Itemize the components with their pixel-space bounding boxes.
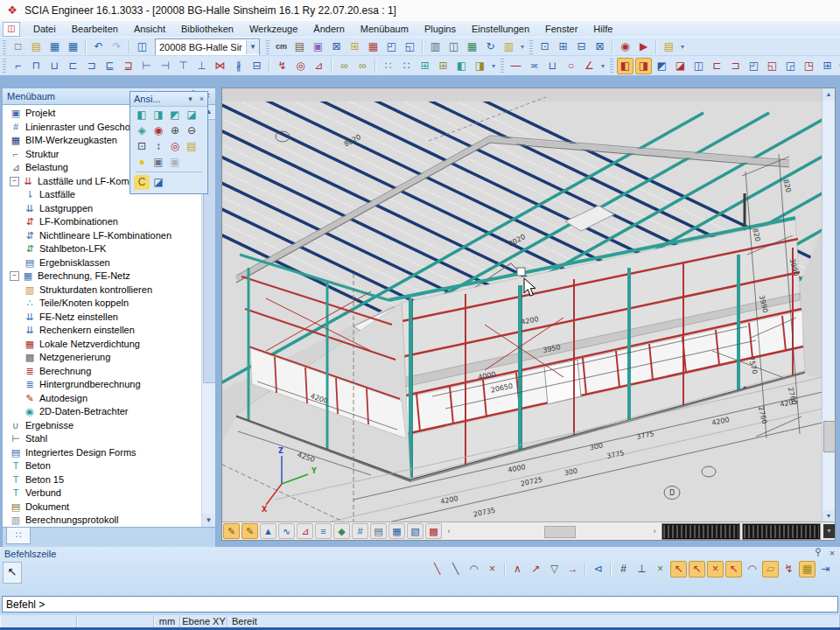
snap-arc-center-icon[interactable]: ◠ [744, 561, 760, 578]
tree-item-nichtlineare-lf-kombinationen[interactable]: ⇵Nichtlineare LF-Kombinationen [6, 229, 215, 243]
tree-item-teile-knoten-koppeln[interactable]: ∴Teile/Knoten koppeln [6, 297, 215, 311]
calculator-icon[interactable]: ▦ [464, 38, 480, 55]
toolbar-overflow-icon[interactable]: ▾ [678, 39, 687, 54]
polyline-icon[interactable]: ≍ [526, 58, 542, 74]
snap-grid-icon[interactable]: # [615, 561, 632, 578]
frame-9-icon[interactable]: ◱ [764, 58, 780, 74]
toolbar-grip[interactable] [266, 40, 270, 54]
tree-item-lf-kombinationen[interactable]: ⇵LF-Kombinationen [6, 215, 215, 229]
profile-2-icon[interactable]: ⊓ [28, 58, 45, 74]
snap-midpoint-icon[interactable]: ↖ [689, 561, 705, 578]
viewport-hscrollbar-thumb[interactable] [544, 526, 576, 538]
tree-item-lastgruppen[interactable]: ⇊Lastgruppen [6, 202, 215, 216]
frame-8-icon[interactable]: ◰ [746, 58, 762, 74]
tree-item-netzgenerierung[interactable]: ▩Netzgenerierung [6, 351, 215, 365]
tree-item-stahlbeton-lfk[interactable]: ⇵Stahlbeton-LFK [6, 242, 215, 256]
menu-einstellungen[interactable]: Einstellungen [464, 21, 537, 37]
toolbar-grip[interactable] [3, 40, 6, 54]
tree-item-fe-netz-einstellen[interactable]: ⇊FE-Netz einstellen [6, 311, 215, 325]
profile-12-icon[interactable]: ⋈ [212, 58, 228, 74]
engineering-report-3-icon[interactable]: ⊟ [573, 38, 590, 55]
chevron-down-icon[interactable]: ▼ [246, 40, 259, 54]
grid-display-icon[interactable]: ▩ [425, 523, 442, 539]
zoom-selection-icon[interactable]: ◎ [167, 139, 183, 154]
tree-item-berechnungsprotokoll[interactable]: ▥Berechnungsprotokoll [6, 514, 215, 528]
toolbar-overflow-icon[interactable]: ▾ [836, 59, 840, 74]
tree-item-lokale-netzverdichtung[interactable]: ▦Lokale Netzverdichtung [6, 338, 215, 352]
snap-endpoint-icon[interactable]: ↖ [670, 561, 687, 578]
menu-bearbeiten[interactable]: Bearbeiten [64, 21, 126, 37]
print-preview-icon[interactable]: ◫ [445, 38, 462, 55]
link-1-icon[interactable]: ∞ [336, 58, 353, 74]
toolbar-overflow-icon[interactable]: ▾ [489, 59, 498, 74]
menu-plugins[interactable]: Plugins [416, 21, 464, 37]
paste-2-icon[interactable]: ⊞ [435, 58, 452, 74]
frame-4-icon[interactable]: ◪ [672, 58, 689, 74]
rotate-icon[interactable]: ◨ [472, 58, 488, 74]
menu-werkzeuge[interactable]: Werkzeuge [242, 21, 305, 37]
catalog-icon[interactable]: ▤ [291, 38, 308, 55]
status-units[interactable]: mm [154, 615, 180, 627]
scroll-corner[interactable]: ▼ [823, 524, 835, 538]
tree-item-hintergrundberechnung[interactable]: ≣Hintergrundberechnung [6, 378, 215, 392]
scroll-up-icon[interactable]: ▲ [822, 88, 835, 101]
doc-display-icon[interactable]: ▤ [370, 523, 387, 539]
tree-item-dokument[interactable]: ▤Dokument [6, 500, 215, 514]
viewport-hscrollbar[interactable] [455, 525, 648, 537]
snap-delete-icon[interactable]: × [484, 561, 500, 578]
target-icon[interactable]: ◎ [292, 58, 309, 74]
tree-item-stahl[interactable]: ⊢Stahl [6, 432, 215, 446]
close-project-icon[interactable]: ◫ [134, 38, 150, 55]
circle-icon[interactable]: ○ [563, 58, 579, 74]
view-toolbar-header[interactable]: Ansi... ▾ × [130, 92, 207, 107]
zoom-in-icon[interactable]: ⊕ [167, 123, 183, 138]
cut-icon[interactable]: ⊿ [311, 58, 327, 74]
tree-item-2d-daten-betrachter[interactable]: ◉2D-Daten-Betrachter [6, 405, 215, 419]
status-plane[interactable]: Ebene XY [180, 615, 228, 627]
snap-node-icon[interactable]: ↖ [725, 561, 742, 578]
redo-icon[interactable]: ↷ [108, 38, 125, 55]
zoom-window-icon[interactable]: ⊡ [134, 139, 150, 154]
snap-plane-icon[interactable]: ▽ [546, 561, 563, 578]
menu-ansicht[interactable]: Ansicht [126, 21, 173, 37]
model-viewport[interactable]: D 80208020420039504000206504200425040002… [221, 88, 836, 541]
dim-display-icon[interactable]: ≡ [315, 523, 332, 539]
send-icon[interactable]: ▶ [635, 38, 652, 55]
wrench-icon[interactable]: ↯ [274, 58, 290, 74]
snap-intersection-icon[interactable]: × [707, 561, 724, 578]
open-icon[interactable]: ▤ [28, 38, 45, 55]
rotation-slider-1[interactable] [662, 524, 739, 539]
clip-box-icon[interactable]: ▤ [184, 139, 200, 154]
window-1-icon[interactable]: ◰ [383, 38, 400, 55]
profile-10-icon[interactable]: ⊤ [175, 58, 192, 74]
frame-12-icon[interactable]: ⊞ [819, 58, 836, 74]
engineering-report-1-icon[interactable]: ⊡ [536, 38, 553, 55]
profile-5-icon[interactable]: ⊐ [83, 58, 100, 74]
tree-item-autodesign[interactable]: ✎Autodesign [6, 392, 215, 406]
line-icon[interactable]: — [508, 58, 524, 74]
copy-add-icon[interactable]: ∷ [380, 58, 396, 74]
menu-fenster[interactable]: Fenster [537, 21, 585, 37]
profile-6-icon[interactable]: ⊑ [102, 58, 118, 74]
engineering-report-2-icon[interactable]: ⊞ [555, 38, 571, 55]
chevron-down-icon[interactable]: ▾ [185, 94, 196, 103]
frame-11-icon[interactable]: ◳ [801, 58, 817, 74]
open-folder-icon[interactable]: ▤ [661, 38, 677, 55]
edit-2-icon[interactable]: ✎ [242, 523, 258, 539]
print-icon[interactable]: ▥ [427, 38, 444, 55]
toolbar-overflow-icon[interactable]: ▾ [518, 39, 527, 54]
scroll-left-icon[interactable]: ‹ [443, 527, 455, 536]
light-icon[interactable]: ● [134, 155, 150, 170]
view-axo-icon[interactable]: ◪ [184, 108, 200, 122]
frame-10-icon[interactable]: ◲ [782, 58, 799, 74]
save-picture-icon[interactable]: ▣ [167, 155, 183, 170]
edit-1-icon[interactable]: ✎ [223, 523, 240, 539]
scroll-down-icon[interactable]: ▼ [822, 510, 835, 522]
toolbar-grip[interactable] [3, 59, 6, 73]
menu-datei[interactable]: Datei [25, 21, 64, 37]
snap-polygon-icon[interactable]: ▱ [762, 561, 779, 578]
rotation-slider-2[interactable] [743, 524, 820, 539]
frame-6-icon[interactable]: ⊏ [709, 58, 725, 74]
tree-item-berechnung[interactable]: ≣Berechnung [6, 365, 215, 379]
profile-7-icon[interactable]: ⊒ [120, 58, 136, 74]
